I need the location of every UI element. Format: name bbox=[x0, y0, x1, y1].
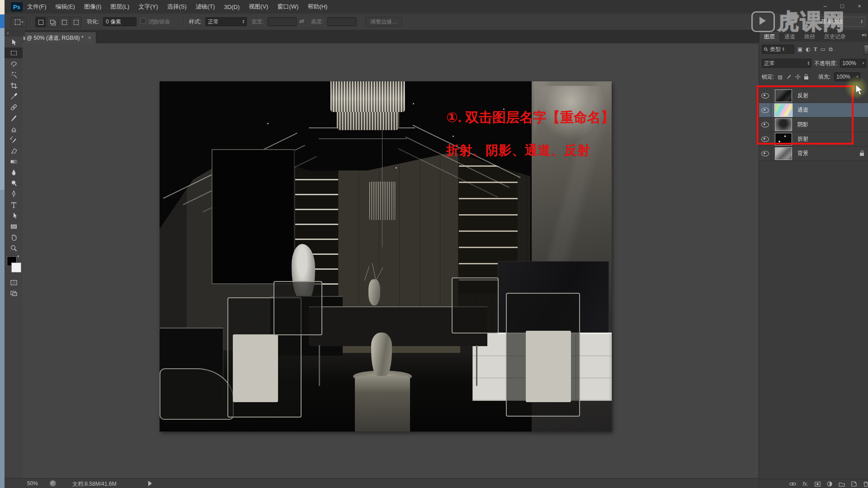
ceiling-light-dot bbox=[453, 136, 454, 137]
swap-colors-icon[interactable]: ⇄ bbox=[16, 254, 19, 258]
feather-input[interactable]: 0 像素 bbox=[103, 17, 137, 26]
hand-tool[interactable] bbox=[5, 232, 23, 243]
eraser-tool[interactable] bbox=[5, 145, 23, 156]
layer-filter-row: 类型 ▴▾ ▣ ◐ T ▭ ⧉ bbox=[759, 43, 868, 55]
menu-filter[interactable]: 滤镜(T) bbox=[196, 3, 215, 11]
search-icon bbox=[764, 47, 768, 52]
canvas-pasteboard[interactable]: ①. 双击图层名字【重命名】 折射、阴影、通道、反射 bbox=[23, 43, 759, 478]
antialias-checkbox[interactable] bbox=[140, 18, 146, 24]
crop-tool[interactable] bbox=[5, 80, 23, 91]
menu-edit[interactable]: 编辑(E) bbox=[56, 3, 75, 11]
background-color-swatch[interactable] bbox=[11, 263, 21, 272]
layer-group-icon[interactable] bbox=[839, 482, 845, 487]
type-layer-filter-icon[interactable]: T bbox=[814, 46, 817, 53]
healing-brush-tool[interactable] bbox=[5, 102, 23, 113]
lasso-tool[interactable] bbox=[5, 58, 23, 69]
smart-object-filter-icon[interactable]: ⧉ bbox=[829, 46, 833, 52]
magic-wand-tool[interactable] bbox=[5, 69, 23, 80]
lock-position-icon[interactable] bbox=[795, 74, 801, 80]
clone-stamp-tool[interactable] bbox=[5, 123, 23, 134]
maximize-button[interactable]: □ bbox=[837, 3, 847, 9]
tab-paths[interactable]: 路径 bbox=[800, 32, 820, 42]
move-tool[interactable] bbox=[5, 37, 23, 47]
layer-style-fx-icon[interactable]: fx. bbox=[802, 481, 808, 487]
height-input[interactable] bbox=[327, 17, 356, 26]
fill-label: 填充: bbox=[818, 73, 830, 81]
blend-mode-dropdown[interactable]: 正常 ▴▾ bbox=[762, 59, 811, 68]
workspace-switcher[interactable]: 基本功能 ▴▾ bbox=[818, 17, 865, 27]
minimize-button[interactable]: – bbox=[820, 3, 830, 9]
menu-view[interactable]: 视图(V) bbox=[249, 3, 268, 11]
marquee-preset-icon bbox=[15, 19, 20, 25]
add-to-selection-button[interactable] bbox=[47, 17, 58, 28]
new-selection-button[interactable] bbox=[35, 17, 46, 28]
tab-close-icon[interactable]: × bbox=[88, 35, 91, 41]
filter-kind-dropdown[interactable]: 类型 ▴▾ bbox=[762, 45, 794, 54]
close-button[interactable]: × bbox=[854, 3, 864, 9]
zoom-tool[interactable] bbox=[5, 243, 23, 253]
layer-thumbnail[interactable] bbox=[775, 147, 792, 160]
width-input[interactable] bbox=[268, 17, 297, 26]
status-popup-arrow-icon[interactable] bbox=[148, 481, 152, 486]
menu-window[interactable]: 窗口(W) bbox=[277, 3, 298, 11]
layer-mask-icon[interactable] bbox=[815, 482, 821, 487]
adjustment-layer-filter-icon[interactable]: ◐ bbox=[806, 46, 810, 52]
intersect-selection-button[interactable] bbox=[71, 17, 81, 28]
ceiling-light-dot bbox=[396, 167, 397, 169]
screen-mode-button[interactable] bbox=[5, 288, 23, 299]
swap-dimensions-icon[interactable]: ⇄ bbox=[299, 18, 304, 24]
menu-select[interactable]: 选择(S) bbox=[167, 3, 186, 11]
menu-layer[interactable]: 图层(L) bbox=[110, 3, 129, 11]
link-layers-icon[interactable] bbox=[789, 482, 796, 486]
dodge-tool[interactable] bbox=[5, 178, 23, 188]
type-tool[interactable] bbox=[5, 199, 23, 210]
eyedropper-tool[interactable] bbox=[5, 91, 23, 102]
tools-panel-collapse[interactable]: » bbox=[5, 30, 25, 37]
subtract-from-selection-button[interactable] bbox=[59, 17, 70, 28]
menu-type[interactable]: 文字(Y) bbox=[138, 3, 158, 11]
visibility-toggle[interactable] bbox=[759, 146, 771, 160]
menu-3d[interactable]: 3D(D) bbox=[224, 4, 240, 10]
adjustment-layer-icon[interactable] bbox=[827, 481, 832, 487]
annotation-step1: ①. 双击图层名字【重命名】 bbox=[446, 108, 614, 127]
panel-menu-icon[interactable]: ▾≡ bbox=[862, 33, 867, 38]
refine-edge-button[interactable]: 调整边缘… bbox=[365, 17, 402, 27]
lock-transparency-icon[interactable]: ▨ bbox=[778, 74, 782, 80]
path-selection-tool[interactable] bbox=[5, 210, 23, 221]
pen-tool[interactable] bbox=[5, 188, 23, 199]
tab-layers[interactable]: 图层 bbox=[759, 31, 780, 42]
tab-channels[interactable]: 通道 bbox=[780, 32, 800, 42]
tools-panel: » ⇄ bbox=[5, 30, 23, 488]
menu-help[interactable]: 帮助(H) bbox=[307, 3, 327, 11]
tool-preset-picker[interactable]: ▾ bbox=[11, 17, 27, 27]
lock-pixels-icon[interactable] bbox=[786, 74, 792, 80]
blur-tool[interactable] bbox=[5, 167, 23, 178]
chair-cushion bbox=[526, 331, 571, 402]
lock-all-icon[interactable] bbox=[804, 76, 808, 80]
pixel-layer-filter-icon[interactable]: ▣ bbox=[797, 46, 802, 52]
zoom-level-field[interactable]: 50% bbox=[27, 480, 38, 487]
gradient-tool[interactable] bbox=[5, 156, 23, 167]
brush-tool[interactable] bbox=[5, 113, 23, 123]
tools-column: ⇄ bbox=[5, 37, 23, 299]
canvas-image[interactable] bbox=[160, 81, 612, 432]
delete-layer-icon[interactable] bbox=[863, 481, 868, 487]
shape-layer-filter-icon[interactable]: ▭ bbox=[821, 46, 826, 52]
quick-mask-button[interactable] bbox=[5, 277, 23, 288]
tab-history[interactable]: 历史记录 bbox=[820, 32, 850, 42]
opacity-input[interactable]: 100% ▾ bbox=[840, 59, 866, 68]
rectangular-marquee-tool[interactable] bbox=[5, 47, 23, 58]
new-layer-icon[interactable] bbox=[851, 481, 857, 487]
selection-mode-buttons bbox=[35, 17, 81, 28]
history-brush-tool[interactable] bbox=[5, 134, 23, 145]
width-label: 宽度: bbox=[251, 18, 264, 26]
small-pendant-lamp bbox=[369, 182, 396, 220]
filter-toggle-switch[interactable] bbox=[864, 45, 868, 55]
window-controls: – □ × bbox=[820, 3, 864, 9]
menu-file[interactable]: 文件(F) bbox=[27, 3, 47, 11]
shape-tool[interactable] bbox=[5, 221, 23, 232]
menu-image[interactable]: 图像(I) bbox=[84, 3, 101, 11]
layer-name[interactable]: 背景 bbox=[797, 150, 808, 157]
layer-row-beijing[interactable]: 背景 bbox=[759, 146, 868, 161]
style-dropdown[interactable]: 正常 ▴▾ bbox=[205, 17, 247, 26]
